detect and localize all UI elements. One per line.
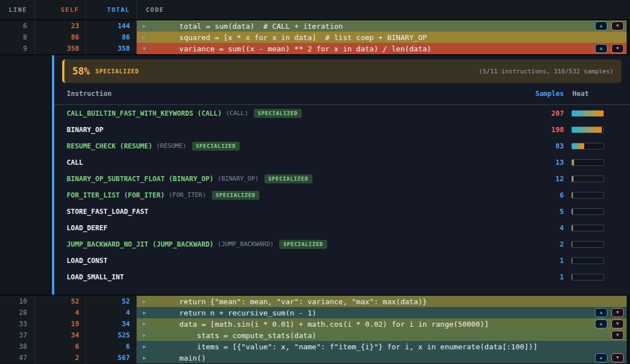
nav-up-button[interactable]: ▲	[595, 21, 607, 30]
code-text: total = sum(data) # CALL + iteration	[162, 22, 343, 30]
instruction-name: CALL	[67, 159, 83, 166]
code-cell[interactable]: ▶ data = [math.sin(i * 0.01) + math.cos(…	[137, 318, 627, 330]
specialized-badge: SPECIALIZED	[192, 142, 240, 151]
column-header-samples[interactable]: Samples	[524, 90, 564, 98]
code-cell[interactable]: ▶ total = sum(data) # CALL + iteration ▲…	[137, 20, 627, 32]
expand-toggle-icon[interactable]: ▶	[143, 356, 149, 361]
nav-down-button[interactable]: ▼	[611, 44, 624, 53]
expand-toggle-icon[interactable]: ▶	[143, 344, 149, 349]
samples-value: 2	[524, 240, 564, 248]
samples-value: 5	[524, 207, 564, 216]
nav-up-button[interactable]: ▲	[595, 319, 607, 328]
specialized-badge: SPECIALIZED	[212, 191, 260, 200]
column-header-code: CODE	[137, 0, 630, 19]
heat-bar-fill	[572, 209, 573, 214]
samples-value: 4	[524, 223, 564, 232]
code-rows-bottom: 10 52 52 ▶ return {"mean": mean, "var": …	[0, 296, 630, 363]
instruction-row: CALL_BUILTIN_FAST_WITH_KEYWORDS (CALL) (…	[54, 105, 630, 121]
instruction-name: BINARY_OP_SUBTRACT_FLOAT (BINARY_OP)	[67, 175, 214, 183]
code-text: items = [{"value": x, "name": f"item_{i}…	[162, 343, 537, 351]
nav-up-button[interactable]: ▲	[595, 44, 607, 53]
total-samples: 86	[86, 32, 137, 43]
column-header-instruction: Instruction	[67, 90, 524, 98]
instruction-row: STORE_FAST_LOAD_FAST 5	[54, 203, 630, 220]
instruction-name: RESUME_CHECK (RESUME)	[67, 142, 153, 150]
nav-up-button[interactable]: ▲	[595, 353, 607, 362]
instruction-name: JUMP_BACKWARD_NO_JIT (JUMP_BACKWARD)	[67, 240, 214, 248]
instruction-row: FOR_ITER_LIST (FOR_ITER) (FOR_ITER) SPEC…	[54, 187, 630, 203]
instruction-name: CALL_BUILTIN_FAST_WITH_KEYWORDS (CALL)	[67, 109, 222, 117]
instruction-name-cell: JUMP_BACKWARD_NO_JIT (JUMP_BACKWARD) (JU…	[67, 240, 524, 249]
line-number: 8	[0, 32, 35, 43]
code-cell[interactable]: ▶ return n + recursive_sum(n - 1) ▲ ▼	[137, 307, 627, 318]
samples-value: 207	[524, 109, 564, 117]
samples-value: 1	[524, 256, 564, 265]
line-number: 47	[0, 352, 35, 363]
total-samples: 4	[86, 307, 137, 318]
heat-bar	[571, 159, 604, 166]
self-samples: 2	[35, 352, 86, 363]
total-samples: 6	[86, 341, 137, 352]
code-cell[interactable]: ▼ variance = sum((x - mean) ** 2 for x i…	[137, 43, 627, 54]
nav-down-button[interactable]: ▼	[611, 319, 624, 328]
specialized-label: SPECIALIZED	[95, 68, 139, 74]
instruction-row: LOAD_CONST 1	[54, 252, 630, 269]
instruction-table-body: CALL_BUILTIN_FAST_WITH_KEYWORDS (CALL) (…	[54, 105, 630, 285]
expand-toggle-icon[interactable]: ▶	[143, 24, 149, 29]
instruction-name: LOAD_CONST	[67, 257, 107, 265]
code-text: data = [math.sin(i * 0.01) + math.cos(i …	[162, 320, 489, 328]
heat-bar	[571, 274, 604, 280]
instruction-name: FOR_ITER_LIST (FOR_ITER)	[67, 191, 164, 199]
instruction-name-cell: CALL	[67, 159, 524, 166]
specialized-badge: SPECIALIZED	[279, 240, 327, 249]
total-samples: 34	[86, 318, 137, 330]
line-number: 28	[0, 307, 35, 318]
instruction-name-cell: BINARY_OP	[67, 126, 524, 134]
total-samples: 567	[86, 352, 137, 363]
code-row: 9 358 358 ▼ variance = sum((x - mean) **…	[0, 43, 630, 54]
table-header-row: LINE SELF TOTAL CODE	[0, 0, 630, 20]
heat-bar-fill	[572, 176, 573, 182]
self-samples: 23	[35, 20, 86, 32]
heat-bar	[571, 225, 604, 231]
expand-toggle-icon[interactable]: ▶	[143, 35, 149, 40]
instruction-name: STORE_FAST_LOAD_FAST	[67, 208, 149, 216]
profiler-view: LINE SELF TOTAL CODE 6 23 144 ▶ total = …	[0, 0, 630, 364]
base-opcode-label: (JUMP_BACKWARD)	[218, 240, 273, 248]
nav-buttons: ▲ ▼	[595, 21, 624, 30]
instruction-name-cell: RESUME_CHECK (RESUME) (RESUME) SPECIALIZ…	[67, 142, 524, 151]
nav-down-button[interactable]: ▼	[611, 353, 624, 362]
nav-down-button[interactable]: ▼	[611, 308, 624, 317]
expand-toggle-icon[interactable]: ▶	[143, 333, 149, 338]
specialized-percent: 58%	[72, 65, 90, 77]
expand-toggle-icon[interactable]: ▶	[143, 299, 149, 304]
expand-toggle-icon[interactable]: ▶	[143, 310, 149, 315]
code-text: return {"mean": mean, "var": variance, "…	[162, 297, 427, 306]
code-cell[interactable]: ▶ squared = [x * x for x in data] # list…	[137, 32, 627, 43]
code-row: 6 23 144 ▶ total = sum(data) # CALL + it…	[0, 20, 630, 32]
code-cell[interactable]: ▶ stats = compute_stats(data) ▼	[137, 330, 627, 341]
column-header-self[interactable]: SELF	[35, 0, 86, 19]
code-cell[interactable]: ▶ return {"mean": mean, "var": variance,…	[137, 296, 627, 307]
heat-bar-fill	[572, 192, 573, 198]
nav-down-button[interactable]: ▼	[611, 331, 624, 340]
code-row: 47 2 567 ▶ main() ▲ ▼	[0, 352, 630, 363]
self-samples: 34	[35, 330, 86, 341]
code-text: return n + recursive_sum(n - 1)	[162, 309, 316, 317]
instruction-row: BINARY_OP_SUBTRACT_FLOAT (BINARY_OP) (BI…	[54, 170, 630, 187]
instruction-name-cell: LOAD_DEREF	[67, 224, 524, 232]
column-header-total[interactable]: TOTAL	[86, 0, 137, 19]
expanded-detail-section: 58% SPECIALIZED (5/11 instructions, 310/…	[0, 54, 630, 296]
expand-toggle-icon[interactable]: ▶	[143, 322, 149, 327]
nav-up-button[interactable]: ▲	[595, 308, 607, 317]
instruction-name-cell: LOAD_SMALL_INT	[67, 273, 524, 281]
nav-buttons: ▲ ▼	[595, 308, 624, 317]
total-samples: 358	[86, 43, 137, 54]
code-cell[interactable]: ▶ items = [{"value": x, "name": f"item_{…	[137, 341, 627, 352]
code-cell[interactable]: ▶ main() ▲ ▼	[137, 352, 627, 363]
nav-buttons: ▲ ▼	[595, 44, 624, 53]
expand-toggle-icon[interactable]: ▼	[143, 46, 149, 51]
nav-down-button[interactable]: ▼	[611, 21, 624, 30]
heat-bar-fill	[572, 258, 572, 264]
heat-bar-fill	[572, 274, 572, 280]
